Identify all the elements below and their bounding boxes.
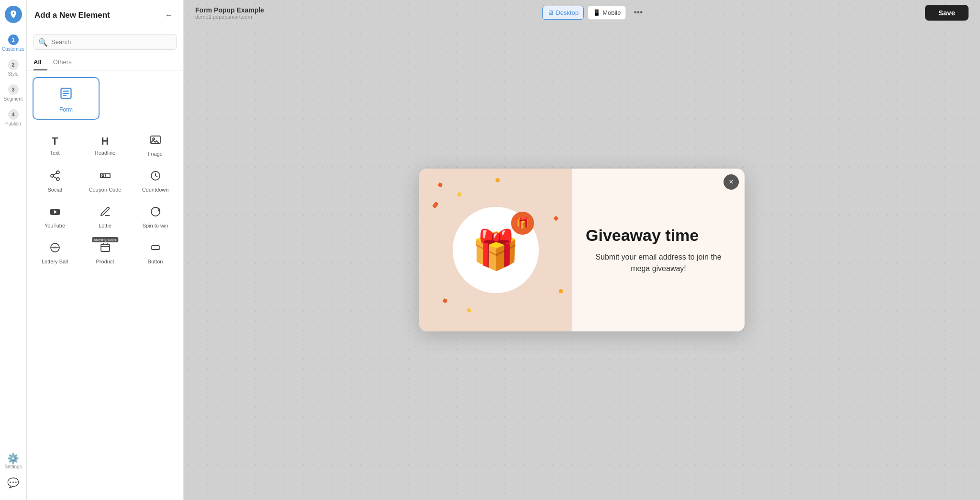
- confetti-8: [558, 289, 563, 294]
- coming-soon-badge: coming soon: [92, 237, 118, 242]
- element-card-spin-to-win[interactable]: Spin to win: [131, 199, 179, 233]
- mobile-view-button[interactable]: 📱 Mobile: [588, 6, 626, 20]
- gift-badge: 🎁: [511, 212, 534, 235]
- element-card-lottery-ball[interactable]: Lottery Ball: [31, 235, 79, 269]
- sidebar-item-label-customize: Customize: [2, 46, 24, 52]
- sidebar-item-label-style: Style: [8, 71, 18, 77]
- confetti-5: [443, 298, 448, 304]
- countdown-card-label: Countdown: [142, 187, 169, 193]
- sidebar-item-label-segment: Segment: [3, 96, 22, 102]
- svg-line-9: [53, 177, 56, 179]
- confetti-2: [457, 192, 462, 197]
- confetti-4: [495, 178, 501, 183]
- search-input[interactable]: [33, 34, 177, 50]
- confetti-3: [432, 202, 439, 208]
- spin-to-win-icon: [150, 206, 161, 220]
- element-card-coupon-code[interactable]: Coupon Code: [81, 163, 129, 197]
- social-card-label: Social: [48, 187, 62, 193]
- sidebar-item-label-settings: Settings: [4, 464, 22, 469]
- svg-point-5: [153, 138, 155, 140]
- lottery-ball-card-label: Lottery Ball: [42, 259, 68, 264]
- back-button[interactable]: ←: [162, 9, 176, 22]
- element-card-youtube[interactable]: YouTube: [31, 199, 79, 233]
- desktop-icon: 🖥: [547, 9, 554, 16]
- popup-content-area: × Giveaway time Submit your email addres…: [572, 169, 745, 331]
- settings-icon: ⚙️: [7, 453, 19, 464]
- toolbar-app-info: Form Popup Example demo2.popupsmart.com: [195, 6, 264, 20]
- mobile-label: Mobile: [602, 9, 621, 16]
- sidebar-item-customize[interactable]: 1 Customize: [0, 31, 26, 56]
- popup-subtitle: Submit your email address to join the me…: [586, 251, 731, 274]
- svg-point-6: [56, 171, 59, 174]
- element-card-social[interactable]: Social: [31, 163, 79, 197]
- lottie-card-label: Lottie: [99, 223, 111, 228]
- back-icon: ←: [165, 11, 173, 20]
- more-options-button[interactable]: •••: [630, 6, 646, 20]
- save-button[interactable]: Save: [925, 5, 969, 21]
- sidebar-navigation: 1 Customize 2 Style 3 Segment 4 Publish …: [0, 0, 27, 500]
- app-logo: [5, 6, 22, 23]
- gift-icon: 🎁: [472, 227, 520, 273]
- app-url: demo2.popupsmart.com: [195, 14, 264, 20]
- product-icon: [100, 242, 111, 256]
- button-icon: [150, 242, 161, 256]
- image-card-label: Image: [148, 151, 163, 157]
- sidebar-item-chat[interactable]: 💬: [2, 473, 23, 492]
- sidebar-item-settings[interactable]: ⚙️ Settings: [2, 449, 23, 473]
- confetti-1: [438, 182, 443, 187]
- more-icon: •••: [634, 8, 643, 17]
- popup-card: 🎁 🎁 × Giveaway time Submit your email ad…: [419, 169, 745, 331]
- panel-title: Add a New Element: [34, 11, 110, 20]
- form-icon: [59, 87, 73, 103]
- sidebar-step-num-1: 1: [8, 34, 19, 45]
- element-tabs: All Others: [27, 56, 183, 70]
- element-card-form[interactable]: Form: [33, 77, 100, 120]
- countdown-icon: [150, 170, 161, 184]
- popup-image-area: 🎁 🎁: [419, 169, 572, 331]
- svg-point-11: [102, 175, 104, 177]
- sidebar-item-segment[interactable]: 3 Segment: [0, 80, 26, 105]
- sidebar-item-style[interactable]: 2 Style: [0, 56, 26, 80]
- headline-icon: H: [101, 135, 109, 148]
- element-cards-grid: T Text H Headline Image: [31, 127, 179, 269]
- element-card-product[interactable]: coming soon Product: [81, 235, 129, 269]
- text-card-label: Text: [50, 150, 59, 156]
- element-card-button[interactable]: Button: [131, 235, 179, 269]
- headline-card-label: Headline: [95, 150, 115, 156]
- gift-badge-icon: 🎁: [516, 217, 529, 229]
- add-element-panel: Add a New Element ← 🔍 All Others: [27, 0, 184, 500]
- desktop-view-button[interactable]: 🖥 Desktop: [542, 6, 584, 20]
- text-icon: T: [52, 135, 58, 148]
- spin-to-win-card-label: Spin to win: [143, 223, 168, 228]
- svg-rect-20: [101, 244, 110, 251]
- canvas-area: Form Popup Example demo2.popupsmart.com …: [184, 0, 980, 500]
- svg-point-7: [51, 174, 54, 177]
- close-icon: ×: [729, 178, 733, 186]
- desktop-label: Desktop: [556, 9, 579, 16]
- sidebar-step-num-4: 4: [8, 109, 19, 120]
- element-card-countdown[interactable]: Countdown: [131, 163, 179, 197]
- element-card-text[interactable]: T Text: [31, 127, 79, 161]
- toolbar-device-switcher: 🖥 Desktop 📱 Mobile •••: [542, 6, 646, 20]
- element-card-lottie[interactable]: Lottie: [81, 199, 129, 233]
- sidebar-item-publish[interactable]: 4 Publish: [0, 105, 26, 130]
- youtube-card-label: YouTube: [45, 223, 65, 228]
- sidebar-step-num-2: 2: [8, 59, 19, 70]
- search-icon: 🔍: [38, 37, 48, 46]
- tab-all[interactable]: All: [33, 56, 47, 70]
- element-card-image[interactable]: Image: [131, 127, 179, 161]
- coupon-code-card-label: Coupon Code: [89, 187, 122, 193]
- image-icon: [150, 134, 161, 148]
- element-card-headline[interactable]: H Headline: [81, 127, 129, 161]
- product-card-label: Product: [96, 259, 114, 264]
- popup-title: Giveaway time: [586, 226, 731, 245]
- button-card-label: Button: [148, 259, 163, 264]
- popup-close-button[interactable]: ×: [724, 174, 739, 190]
- tab-others[interactable]: Others: [53, 56, 78, 70]
- confetti-6: [467, 308, 471, 312]
- sidebar-step-num-3: 3: [8, 84, 19, 95]
- lottery-ball-icon: [49, 242, 61, 256]
- app-title: Form Popup Example: [195, 6, 264, 14]
- confetti-7: [553, 216, 558, 221]
- coupon-code-icon: [100, 170, 111, 184]
